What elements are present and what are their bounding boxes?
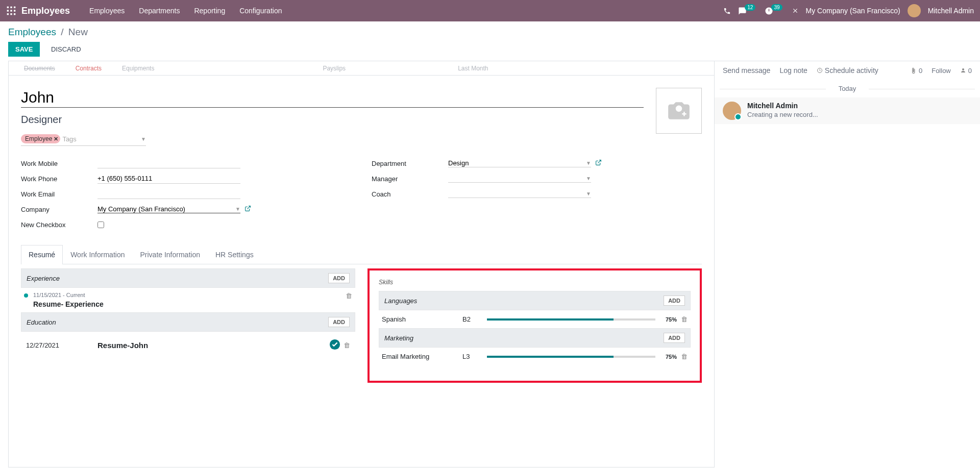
message-author: Mitchell Admin (747, 102, 972, 110)
label-new-checkbox: New Checkbox (21, 221, 97, 229)
trash-icon[interactable]: 🗑 (344, 341, 350, 349)
work-phone-input[interactable] (97, 174, 240, 184)
main-menu: Employees Departments Reporting Configur… (82, 0, 289, 21)
manager-select[interactable] (448, 175, 586, 182)
skill-group-marketing: Marketing ADD (379, 328, 691, 348)
tag-remove-icon[interactable]: ✕ (54, 136, 58, 142)
svg-rect-1 (10, 7, 12, 8)
skills-panel-highlight: Skills Languages ADD Spanish B2 75% 🗑 (368, 268, 702, 383)
activities-icon[interactable]: 39 (765, 7, 784, 15)
user-avatar[interactable] (908, 4, 921, 17)
education-title: Resume-John (97, 341, 148, 350)
trash-icon[interactable]: 🗑 (681, 353, 688, 360)
svg-rect-4 (10, 10, 12, 11)
chevron-down-icon[interactable]: ▼ (586, 176, 591, 181)
company-select[interactable] (97, 205, 235, 213)
company-switcher[interactable]: My Company (San Francisco) (806, 7, 900, 15)
stat-contracts[interactable]: Contracts (76, 65, 102, 72)
tags-placeholder: Tags (62, 135, 76, 143)
breadcrumb-current: New (68, 27, 88, 37)
stat-equipments[interactable]: Equipments (122, 65, 154, 72)
education-item[interactable]: 12/27/2021 Resume-John 🗑 (21, 332, 355, 359)
schedule-activity-button[interactable]: Schedule activity (817, 66, 878, 75)
skill-row[interactable]: Email Marketing L3 75% 🗑 (379, 348, 691, 365)
chevron-down-icon[interactable]: ▼ (586, 160, 591, 166)
attachments-button[interactable]: 0 (910, 67, 922, 75)
tab-work-information[interactable]: Work Information (63, 245, 132, 264)
form-sheet-container: Documents Contracts Equipments Payslips … (8, 61, 715, 467)
education-header: Education ADD (21, 312, 355, 332)
chevron-down-icon[interactable]: ▼ (586, 191, 591, 196)
messages-icon[interactable]: 12 (738, 7, 757, 15)
app-brand[interactable]: Employees (21, 6, 70, 16)
trash-icon[interactable]: 🗑 (681, 315, 688, 323)
notebook-tabs: Resumé Work Information Private Informat… (21, 245, 702, 264)
send-message-button[interactable]: Send message (723, 66, 770, 75)
phone-icon[interactable] (723, 7, 731, 15)
save-button[interactable]: SAVE (8, 42, 40, 57)
skill-group-languages: Languages ADD (379, 291, 691, 310)
work-email-input[interactable] (97, 189, 240, 199)
message-avatar (723, 102, 741, 120)
messages-badge: 12 (745, 4, 755, 11)
progress-bar (487, 356, 655, 358)
skills-header: Skills (379, 279, 691, 286)
user-name[interactable]: Mitchell Admin (928, 7, 974, 15)
activities-badge: 39 (771, 4, 782, 11)
tab-private-information[interactable]: Private Information (132, 245, 208, 264)
external-link-icon[interactable] (244, 205, 251, 213)
experience-header: Experience ADD (21, 268, 355, 288)
add-marketing-button[interactable]: ADD (664, 333, 685, 343)
label-work-mobile: Work Mobile (21, 160, 97, 167)
work-mobile-input[interactable] (97, 158, 240, 168)
tab-resume[interactable]: Resumé (21, 245, 63, 264)
breadcrumb-root[interactable]: Employees (8, 27, 56, 37)
progress-bar (487, 318, 655, 321)
discard-button[interactable]: DISCARD (44, 42, 88, 57)
add-education-button[interactable]: ADD (328, 317, 350, 327)
trash-icon[interactable]: 🗑 (346, 292, 352, 300)
tag-employee: Employee ✕ (21, 134, 60, 143)
label-work-email: Work Email (21, 190, 97, 198)
tab-hr-settings[interactable]: HR Settings (208, 245, 261, 264)
follow-button[interactable]: Follow (932, 67, 951, 75)
svg-point-12 (962, 68, 964, 70)
svg-rect-5 (14, 10, 15, 11)
stat-lastmonth[interactable]: Last Month (458, 65, 488, 72)
close-tray-icon[interactable] (792, 7, 799, 14)
chevron-down-icon[interactable]: ▼ (141, 136, 146, 142)
control-bar: Employees / New SAVE DISCARD (0, 21, 980, 61)
experience-title: Resume- Experience (33, 300, 340, 308)
label-manager: Manager (372, 175, 448, 183)
skill-row[interactable]: Spanish B2 75% 🗑 (379, 310, 691, 328)
menu-reporting[interactable]: Reporting (187, 0, 232, 21)
experience-item[interactable]: 11/15/2021 - Current Resume- Experience … (21, 288, 355, 312)
breadcrumb: Employees / New (8, 27, 972, 38)
external-link-icon[interactable] (595, 159, 602, 167)
employee-name-input[interactable] (21, 88, 644, 108)
coach-select[interactable] (448, 190, 586, 198)
stat-payslips[interactable]: Payslips (323, 65, 346, 72)
chevron-down-icon[interactable]: ▼ (235, 206, 240, 212)
tags-field[interactable]: Employee ✕ Tags ▼ (21, 134, 146, 146)
resume-column: Experience ADD 11/15/2021 - Current Resu… (21, 268, 355, 383)
add-experience-button[interactable]: ADD (328, 273, 350, 283)
menu-configuration[interactable]: Configuration (232, 0, 289, 21)
chatter: Send message Log note Schedule activity … (715, 61, 980, 467)
employee-photo[interactable] (656, 88, 702, 134)
department-select[interactable] (448, 159, 586, 167)
job-title-input[interactable] (21, 113, 644, 127)
new-checkbox[interactable] (97, 221, 104, 228)
menu-employees[interactable]: Employees (82, 0, 132, 21)
svg-rect-0 (7, 7, 9, 8)
experience-date: 11/15/2021 - Current (33, 292, 340, 298)
check-circle-icon[interactable] (329, 339, 340, 352)
menu-departments[interactable]: Departments (132, 0, 187, 21)
stat-documents[interactable]: Documents (24, 65, 55, 72)
timeline-dot-icon (24, 293, 28, 298)
add-language-button[interactable]: ADD (664, 295, 685, 306)
svg-rect-3 (7, 10, 9, 11)
log-note-button[interactable]: Log note (779, 66, 807, 75)
followers-count[interactable]: 0 (960, 67, 972, 75)
apps-icon[interactable] (6, 6, 16, 16)
